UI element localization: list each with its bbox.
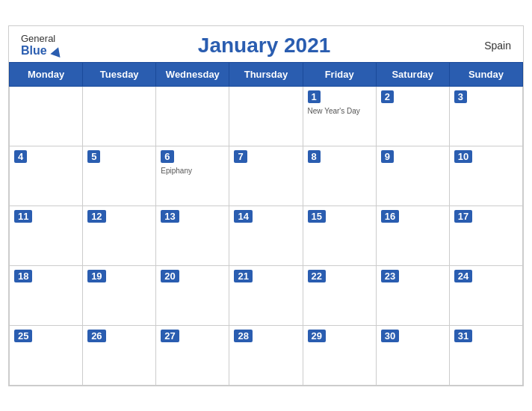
day-number: 2 bbox=[381, 90, 394, 103]
calendar-day-cell: 2 bbox=[376, 86, 449, 146]
weekday-header-row: Monday Tuesday Wednesday Thursday Friday… bbox=[10, 62, 523, 86]
calendar-header: General Blue January 2021 Spain bbox=[9, 26, 523, 62]
calendar-week-row: 1New Year's Day23 bbox=[10, 86, 523, 146]
calendar-day-cell: 20 bbox=[156, 265, 229, 325]
day-number: 4 bbox=[14, 150, 27, 163]
day-number: 12 bbox=[87, 210, 105, 223]
day-number: 13 bbox=[161, 210, 179, 223]
day-number: 6 bbox=[161, 150, 173, 163]
day-number: 10 bbox=[454, 150, 472, 163]
calendar-day-cell bbox=[156, 86, 229, 146]
day-number: 5 bbox=[87, 150, 100, 163]
day-number: 22 bbox=[308, 270, 326, 282]
calendar-day-cell: 21 bbox=[229, 265, 303, 325]
calendar-day-cell: 3 bbox=[449, 86, 522, 146]
calendar-day-cell bbox=[10, 86, 83, 146]
day-number: 11 bbox=[14, 210, 32, 223]
calendar-day-cell: 4 bbox=[10, 146, 83, 206]
calendar-day-cell: 30 bbox=[376, 325, 449, 385]
calendar-day-cell: 27 bbox=[156, 325, 229, 385]
day-number: 28 bbox=[234, 330, 252, 342]
day-number: 30 bbox=[381, 330, 399, 342]
calendar-day-cell bbox=[229, 86, 303, 146]
calendar-week-row: 456Epiphany78910 bbox=[10, 146, 523, 206]
day-number: 29 bbox=[308, 330, 326, 342]
day-number: 17 bbox=[454, 210, 472, 223]
day-number: 26 bbox=[87, 330, 105, 342]
calendar-day-cell: 31 bbox=[449, 325, 522, 385]
day-number: 8 bbox=[308, 150, 321, 163]
weekday-wednesday: Wednesday bbox=[156, 62, 229, 86]
day-number: 19 bbox=[87, 270, 105, 282]
day-number: 16 bbox=[381, 210, 399, 223]
country-label: Spain bbox=[466, 40, 511, 52]
calendar-day-cell: 13 bbox=[156, 206, 229, 265]
month-title: January 2021 bbox=[62, 34, 466, 58]
calendar-day-cell: 11 bbox=[10, 206, 83, 265]
calendar-day-cell: 1New Year's Day bbox=[303, 86, 376, 146]
weekday-friday: Friday bbox=[303, 62, 376, 86]
day-number: 25 bbox=[14, 330, 32, 342]
day-event: New Year's Day bbox=[308, 107, 371, 115]
day-number: 24 bbox=[454, 270, 472, 282]
weekday-thursday: Thursday bbox=[229, 62, 303, 86]
calendar-day-cell: 7 bbox=[229, 146, 303, 206]
calendar-day-cell bbox=[83, 86, 156, 146]
weekday-tuesday: Tuesday bbox=[83, 62, 156, 86]
calendar-day-cell: 22 bbox=[303, 265, 376, 325]
day-event: Epiphany bbox=[161, 167, 224, 175]
day-number: 1 bbox=[308, 90, 321, 103]
day-number: 14 bbox=[234, 210, 252, 223]
day-number: 31 bbox=[454, 330, 472, 342]
weekday-saturday: Saturday bbox=[376, 62, 449, 86]
day-number: 9 bbox=[381, 150, 394, 163]
calendar-table: Monday Tuesday Wednesday Thursday Friday… bbox=[9, 62, 523, 386]
calendar-day-cell: 29 bbox=[303, 325, 376, 385]
calendar-day-cell: 9 bbox=[376, 146, 449, 206]
calendar-day-cell: 15 bbox=[303, 206, 376, 265]
calendar-day-cell: 23 bbox=[376, 265, 449, 325]
calendar-day-cell: 6Epiphany bbox=[156, 146, 229, 206]
calendar-day-cell: 19 bbox=[83, 265, 156, 325]
calendar-week-row: 11121314151617 bbox=[10, 206, 523, 265]
day-number: 7 bbox=[234, 150, 247, 163]
calendar-day-cell: 5 bbox=[83, 146, 156, 206]
weekday-sunday: Sunday bbox=[449, 62, 522, 86]
calendar-day-cell: 8 bbox=[303, 146, 376, 206]
calendar-day-cell: 16 bbox=[376, 206, 449, 265]
day-number: 23 bbox=[381, 270, 399, 282]
calendar-day-cell: 17 bbox=[449, 206, 522, 265]
day-number: 18 bbox=[14, 270, 32, 282]
logo-area: General Blue bbox=[21, 34, 62, 58]
calendar-day-cell: 26 bbox=[83, 325, 156, 385]
calendar-day-cell: 12 bbox=[83, 206, 156, 265]
calendar-day-cell: 14 bbox=[229, 206, 303, 265]
weekday-monday: Monday bbox=[10, 62, 83, 86]
day-number: 15 bbox=[308, 210, 326, 223]
day-number: 3 bbox=[454, 90, 467, 103]
day-number: 21 bbox=[234, 270, 252, 282]
calendar-day-cell: 25 bbox=[10, 325, 83, 385]
calendar-day-cell: 10 bbox=[449, 146, 522, 206]
calendar-week-row: 18192021222324 bbox=[10, 265, 523, 325]
calendar: General Blue January 2021 Spain Monday T… bbox=[8, 25, 524, 386]
logo-general-text: General bbox=[21, 34, 55, 44]
calendar-day-cell: 28 bbox=[229, 325, 303, 385]
day-number: 27 bbox=[161, 330, 179, 342]
calendar-day-cell: 18 bbox=[10, 265, 83, 325]
calendar-week-row: 25262728293031 bbox=[10, 325, 523, 385]
calendar-day-cell: 24 bbox=[449, 265, 522, 325]
day-number: 20 bbox=[161, 270, 179, 282]
logo-blue-text: Blue bbox=[21, 44, 62, 58]
